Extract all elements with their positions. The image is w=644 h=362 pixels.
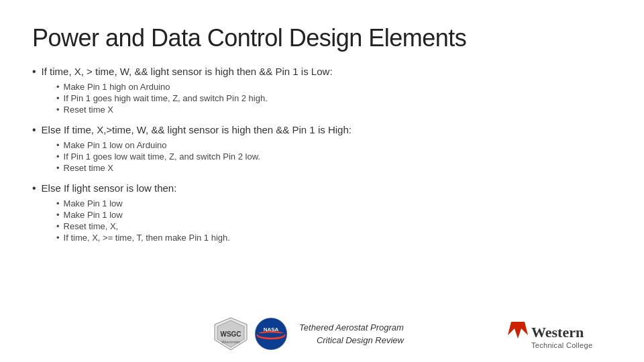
- svg-text:Western: Western: [531, 324, 584, 341]
- sub-list-1: Make Pin 1 high on Arduino If Pin 1 goes…: [56, 82, 612, 115]
- list-item: Reset time, X,: [56, 221, 612, 231]
- list-item: Make Pin 1 low on Arduino: [56, 140, 612, 150]
- svg-text:Wisconsin: Wisconsin: [221, 340, 239, 344]
- section-2: Else If time, X,>time, W, && light senso…: [32, 124, 612, 173]
- bullet-main-1: If time, X, > time, W, && light sensor i…: [32, 66, 612, 78]
- nasa-logo-icon: NASA: [254, 316, 288, 351]
- list-item: If Pin 1 goes high wait time, Z, and swi…: [56, 93, 612, 103]
- list-item: Reset time X: [56, 163, 612, 173]
- page-title: Power and Data Control Design Elements: [32, 24, 612, 52]
- svg-marker-8: [508, 322, 528, 339]
- svg-rect-7: [258, 333, 284, 335]
- program-label: Tethered Aerostat Program: [299, 321, 404, 335]
- list-item: Make Pin 1 high on Arduino: [56, 82, 612, 92]
- svg-text:WSGC: WSGC: [221, 330, 241, 338]
- sub-list-3: Make Pin 1 low Make Pin 1 low Reset time…: [56, 198, 612, 243]
- list-item: Make Pin 1 low: [56, 198, 612, 208]
- section-3: Else If light sensor is low then: Make P…: [32, 182, 612, 243]
- section-1: If time, X, > time, W, && light sensor i…: [32, 66, 612, 115]
- svg-text:Technical College: Technical College: [531, 341, 592, 349]
- western-logo-icon: Western Technical College: [504, 318, 612, 355]
- wsgc-logo-icon: WSGC Wisconsin: [213, 316, 248, 351]
- list-item: Make Pin 1 low: [56, 210, 612, 220]
- list-item: If Pin 1 goes low wait time, Z, and swit…: [56, 152, 612, 162]
- bullet-main-3: Else If light sensor is low then:: [32, 182, 612, 194]
- review-label: Critical Design Review: [299, 334, 404, 347]
- list-item: Reset time X: [56, 105, 612, 115]
- slide: Power and Data Control Design Elements I…: [0, 0, 644, 362]
- footer-text: Tethered Aerostat Program Critical Desig…: [299, 321, 404, 347]
- list-item: If time, X, >= time, T, then make Pin 1 …: [56, 233, 612, 243]
- western-college-logo: Western Technical College: [504, 318, 612, 355]
- sub-list-2: Make Pin 1 low on Arduino If Pin 1 goes …: [56, 140, 612, 173]
- bullet-main-2: Else If time, X,>time, W, && light senso…: [32, 124, 612, 136]
